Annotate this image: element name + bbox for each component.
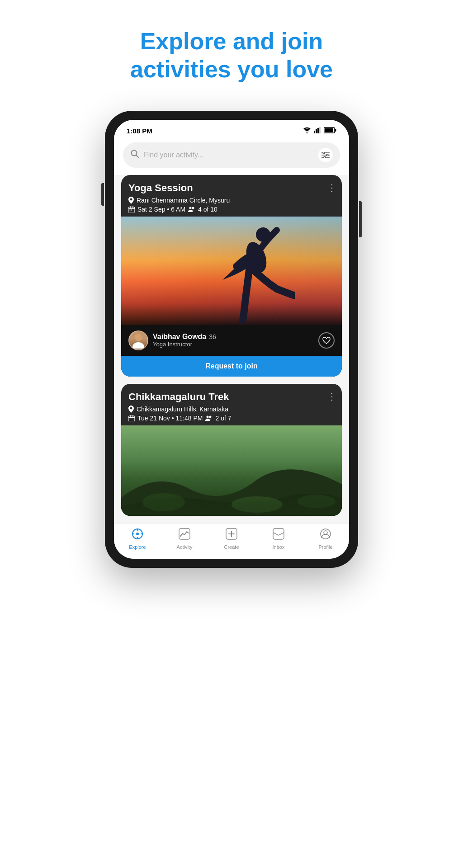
page-title: Explore and join activities you love (76, 0, 387, 102)
signal-icon (314, 127, 321, 135)
calendar-icon (128, 206, 135, 212)
create-label: Create (224, 544, 239, 550)
wifi-icon (303, 127, 311, 135)
svg-rect-46 (273, 528, 284, 539)
create-icon (226, 528, 237, 542)
svg-line-9 (136, 155, 138, 157)
trek-location: Chikkamagaluru Hills, Karnataka (137, 406, 228, 413)
trek-participants: 2 of 7 (215, 415, 231, 422)
svg-point-23 (192, 207, 194, 209)
status-bar: 1:08 PM (114, 120, 349, 139)
location-icon (128, 197, 134, 204)
yoga-card-meta: Rani Chennamma Circle, Mysuru (128, 197, 335, 213)
svg-rect-7 (325, 128, 333, 132)
trek-date: Tue 21 Nov • 11:48 PM (137, 415, 203, 422)
activity-icon (179, 528, 190, 542)
instructor-role: Yoga Instructor (153, 341, 216, 348)
svg-point-26 (135, 334, 142, 341)
svg-point-11 (323, 152, 325, 154)
status-icons (303, 127, 336, 135)
yoga-participants: 4 of 10 (198, 206, 217, 213)
heart-button[interactable] (318, 332, 335, 349)
svg-point-15 (324, 156, 326, 158)
yoga-silhouette-svg (204, 221, 295, 325)
svg-rect-20 (130, 209, 131, 210)
trek-card-header: Chikkamagaluru Trek Chikkamagaluru Hills… (121, 384, 342, 425)
yoga-image (121, 217, 342, 325)
instructor-info: Vaibhav Gowda 36 Yoga Instructor (128, 330, 216, 350)
svg-point-22 (189, 207, 192, 209)
nav-activity[interactable]: Activity (161, 528, 208, 550)
svg-point-0 (307, 132, 308, 133)
svg-rect-6 (335, 129, 336, 132)
svg-point-13 (326, 154, 328, 156)
instructor-details: Vaibhav Gowda 36 Yoga Instructor (153, 333, 216, 348)
request-to-join-button[interactable]: Request to join (121, 356, 342, 377)
trek-location-row: Chikkamagaluru Hills, Karnataka (128, 406, 335, 413)
filter-button[interactable] (318, 148, 333, 162)
search-icon (130, 149, 139, 160)
avatar-person-svg (129, 331, 147, 349)
cards-container: Yoga Session Rani Chennamma Circle, Mysu… (114, 175, 349, 523)
trek-date-row: Tue 21 Nov • 11:48 PM 2 of 7 (128, 415, 335, 422)
nav-inbox[interactable]: Inbox (255, 528, 302, 550)
yoga-location: Rani Chennamma Circle, Mysuru (137, 197, 230, 204)
nav-profile[interactable]: Profile (302, 528, 349, 550)
instructor-avatar (128, 330, 148, 350)
yoga-card-header: Yoga Session Rani Chennamma Circle, Mysu… (121, 175, 342, 217)
yoga-date: Sat 2 Sep • 6 AM (137, 206, 185, 213)
trek-card-meta: Chikkamagaluru Hills, Karnataka Tue 21 N… (128, 406, 335, 422)
trek-calendar-icon (128, 415, 135, 421)
trek-card-title: Chikkamagaluru Trek (128, 391, 335, 403)
trek-card[interactable]: Chikkamagaluru Trek Chikkamagaluru Hills… (121, 384, 342, 516)
instructor-name: Vaibhav Gowda (153, 333, 206, 341)
inbox-icon (273, 528, 284, 542)
svg-rect-3 (317, 128, 319, 133)
svg-rect-21 (131, 209, 132, 210)
battery-icon (324, 127, 336, 135)
trek-location-icon (128, 406, 134, 413)
profile-label: Profile (318, 544, 332, 550)
svg-rect-27 (128, 416, 135, 421)
heart-icon (322, 337, 331, 344)
svg-point-31 (207, 415, 209, 418)
explore-label: Explore (129, 544, 146, 550)
phone-mockup: 1:08 PM (105, 111, 358, 744)
svg-point-48 (324, 531, 327, 534)
svg-rect-42 (179, 528, 190, 539)
svg-point-37 (136, 533, 139, 535)
people-icon (188, 207, 195, 212)
svg-rect-4 (319, 127, 321, 133)
yoga-card-footer: Vaibhav Gowda 36 Yoga Instructor (121, 325, 342, 356)
nav-explore[interactable]: Explore (114, 528, 161, 550)
bottom-nav: Explore Activity (114, 523, 349, 559)
trek-more-button[interactable]: ⋮ (327, 391, 336, 402)
yoga-location-row: Rani Chennamma Circle, Mysuru (128, 197, 335, 204)
phone-screen: 1:08 PM (114, 120, 349, 559)
inbox-label: Inbox (273, 544, 285, 550)
yoga-card[interactable]: Yoga Session Rani Chennamma Circle, Mysu… (121, 175, 342, 377)
instructor-age: 36 (209, 333, 216, 340)
nav-create[interactable]: Create (208, 528, 255, 550)
yoga-card-title: Yoga Session (128, 182, 335, 194)
phone-frame: 1:08 PM (105, 111, 358, 568)
svg-rect-1 (314, 131, 315, 133)
svg-rect-2 (316, 129, 317, 133)
search-bar[interactable]: Find your activity... (123, 142, 340, 168)
profile-icon (320, 528, 331, 542)
search-placeholder[interactable]: Find your activity... (144, 151, 314, 159)
yoga-more-button[interactable]: ⋮ (327, 182, 336, 193)
yoga-date-row: Sat 2 Sep • 6 AM 4 of 10 (128, 206, 335, 213)
trek-people-icon (205, 415, 213, 421)
svg-point-32 (209, 415, 212, 418)
search-container: Find your activity... (114, 139, 349, 175)
explore-icon (132, 528, 143, 542)
trek-image (121, 425, 342, 516)
activity-label: Activity (177, 544, 193, 550)
status-time: 1:08 PM (127, 127, 152, 135)
